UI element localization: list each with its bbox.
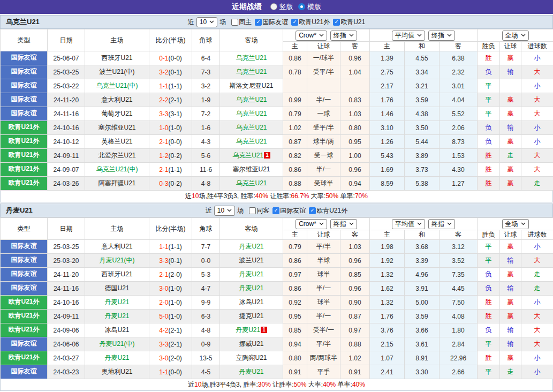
away-team-link[interactable]: 丹麦U21	[239, 270, 263, 278]
match-date: 25-03-25	[48, 65, 85, 79]
half-score: (1-1)	[169, 166, 182, 174]
away-team-link[interactable]: 挪威U21	[239, 340, 263, 348]
away-team-link[interactable]: 乌克兰U21	[236, 110, 267, 117]
away-team-cell: 捷克U21	[220, 310, 283, 323]
filter-checkbox[interactable]: 国际友谊	[272, 206, 306, 215]
half-score: (1-1)	[169, 243, 182, 251]
home-team-link[interactable]: 乌克兰U21(中)	[96, 82, 138, 89]
away-team-link[interactable]: 乌克兰U21	[236, 96, 267, 103]
home-team-link[interactable]: 丹麦U21(中)	[99, 257, 134, 264]
home-team-link[interactable]: 西班牙U21	[101, 54, 132, 62]
result-outcome: 胜	[478, 177, 500, 191]
summary-segment: 66.7%	[291, 192, 309, 200]
avg-draw: 5.44	[405, 135, 440, 149]
odds-home: 0.79	[283, 107, 307, 121]
avg-away: 3.52	[440, 254, 478, 268]
away-team-link[interactable]: 乌克兰U21	[236, 179, 267, 187]
away-team-link[interactable]: 乌克兰U21	[236, 54, 267, 62]
scope-select[interactable]: 全场	[502, 219, 529, 229]
dropdown-value: 全场	[505, 31, 518, 40]
final-index-select[interactable]: 终指	[428, 31, 455, 41]
home-team-link[interactable]: 丹麦U21	[104, 312, 129, 320]
away-team-link[interactable]: 塞尔维亚U21	[232, 165, 270, 173]
away-team-link[interactable]: 乌克兰U21	[236, 68, 267, 76]
full-score: 2-0	[159, 299, 168, 306]
home-team-cell: 丹麦U21(中)	[85, 337, 149, 351]
bookmaker-select[interactable]: Crow*	[296, 31, 327, 41]
home-team-link[interactable]: 丹麦U21(中)	[99, 340, 134, 348]
match-type-badge: 欧青U21外	[1, 163, 47, 176]
home-team-link[interactable]: 葡萄牙U21	[101, 110, 132, 117]
home-team-link[interactable]: 冰岛U21	[104, 326, 129, 334]
home-team-link[interactable]: 丹麦U21	[104, 298, 129, 306]
result-outcome: 负	[478, 65, 500, 79]
away-team-link[interactable]: 乌克兰U21	[236, 138, 267, 145]
average-select[interactable]: 平均值	[392, 31, 425, 41]
filter-checkbox[interactable]: 同主	[231, 18, 252, 27]
scope-select[interactable]: 全场	[502, 31, 529, 41]
avg-draw: 5.38	[405, 177, 440, 191]
home-team-link[interactable]: 意大利U21	[101, 96, 132, 103]
away-team-link[interactable]: 丹麦U21	[239, 243, 263, 250]
away-team-link[interactable]: 捷克U21	[239, 312, 263, 320]
match-type-badge: 欧青U21外	[1, 177, 47, 190]
away-team-link[interactable]: 立陶宛U21	[236, 354, 267, 361]
result-goals: 小	[521, 296, 553, 310]
dropdown-value: 平均值	[395, 31, 414, 40]
result-goals: 大	[521, 254, 553, 268]
final-index-select[interactable]: 终指	[428, 219, 455, 229]
home-team-link[interactable]: 意大利U21	[101, 243, 132, 250]
home-team-link[interactable]: 奥地利U21	[101, 368, 132, 375]
checkbox-icon	[309, 207, 316, 214]
home-team-link[interactable]: 乌克兰U21(中)	[96, 165, 138, 173]
bookmaker-select[interactable]: Crow*	[296, 219, 327, 229]
home-team-link[interactable]: 英格兰U21	[101, 138, 132, 145]
subcol-result-handicap: 让球	[500, 42, 521, 51]
away-team-link[interactable]: 波兰U21	[239, 257, 263, 264]
match-count-select[interactable]: 10	[196, 17, 217, 27]
odds-handicap: 受平/半	[307, 65, 340, 79]
view-mode-radio[interactable]: 横版	[298, 2, 321, 12]
match-count-select[interactable]: 10	[214, 206, 235, 216]
score-cell: 3-0(1-0)	[149, 282, 192, 296]
filter-checkbox[interactable]: 欧青U21外	[309, 206, 347, 215]
result-outcome: 胜	[478, 163, 500, 177]
filter-checkbox[interactable]: 欧青U21外	[291, 18, 330, 27]
away-team-link[interactable]: 冰岛U21	[239, 298, 263, 306]
match-type-cell: 欧青U21外	[1, 135, 48, 149]
away-team-link[interactable]: 乌克兰U21	[232, 152, 263, 159]
corner-score: 5-3	[192, 268, 220, 282]
home-team-cell: 英格兰U21	[85, 135, 149, 149]
view-mode-radio[interactable]: 竖版	[270, 2, 293, 12]
home-team-link[interactable]: 塞尔维亚U21	[98, 124, 135, 131]
home-team-link[interactable]: 阿塞拜疆U21	[98, 179, 135, 187]
home-team-link[interactable]: 波兰U21(中)	[99, 68, 134, 76]
match-date: 25-03-25	[48, 240, 85, 254]
away-team-link[interactable]: 丹麦U21	[236, 326, 260, 334]
average-select[interactable]: 平均值	[392, 219, 425, 229]
away-team-cell: 丹麦U21	[220, 240, 283, 254]
filter-checkbox[interactable]: 同客	[249, 206, 269, 215]
away-team-link[interactable]: 斯洛文尼亚U21	[229, 82, 273, 89]
home-team-link[interactable]: 丹麦U21	[104, 354, 129, 361]
filter-checkbox[interactable]: 国际友谊	[255, 18, 288, 27]
final-index-select[interactable]: 终指	[330, 219, 357, 229]
away-team-link[interactable]: 丹麦U21	[239, 368, 263, 375]
home-team-link[interactable]: 德国U21	[104, 284, 129, 292]
summary-segment: 场,胜3平4负3, 胜率:	[201, 381, 257, 388]
final-index-select[interactable]: 终指	[330, 31, 357, 41]
result-outcome: 平	[478, 107, 500, 121]
avg-home: 8.59	[370, 177, 405, 191]
chevron-down-icon	[417, 34, 422, 37]
home-team-link[interactable]: 北爱尔兰U21	[98, 152, 135, 159]
away-team-link[interactable]: 乌克兰U21	[236, 124, 267, 131]
filter-checkbox[interactable]: 欧青U21	[333, 18, 365, 27]
corner-score: 7-2	[192, 107, 220, 121]
away-team-link[interactable]: 丹麦U21	[239, 284, 263, 292]
full-score: 4-2	[159, 327, 168, 334]
filter-controls: 近 10 场 同客 国际友谊 欧青U21外	[206, 206, 347, 216]
home-team-link[interactable]: 西班牙U21	[101, 270, 132, 278]
full-score: 0-1	[159, 55, 168, 62]
avg-home: 1.26	[370, 135, 405, 149]
half-score: (1-0)	[169, 313, 182, 320]
